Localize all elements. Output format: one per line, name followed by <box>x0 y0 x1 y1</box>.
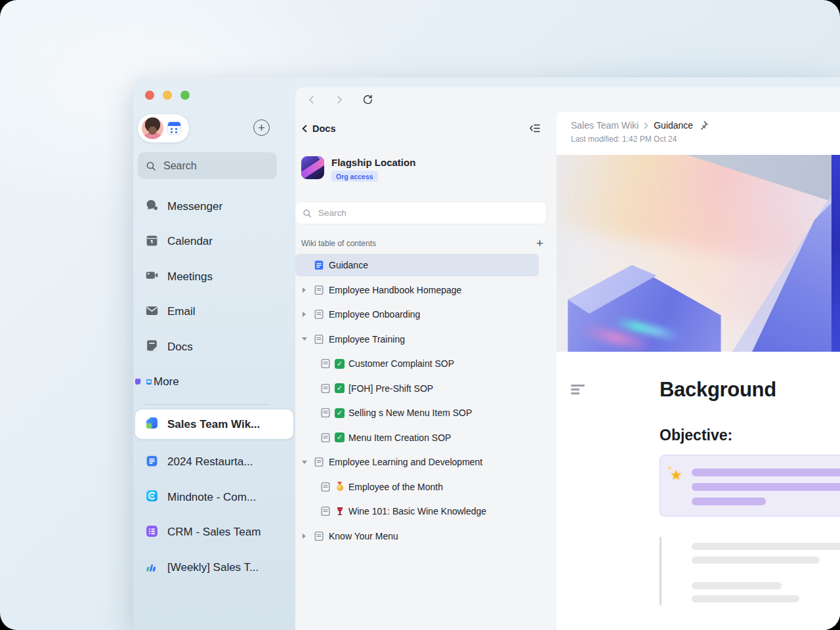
calendar-status-chip[interactable] <box>167 121 181 135</box>
sidebar-item-more[interactable]: More <box>133 365 295 400</box>
wiki-search[interactable] <box>295 202 546 224</box>
wiki-tree-item-label: Employee Training <box>329 334 405 345</box>
pinned-doc-mindnote-com[interactable]: Mindnote - Com... <box>133 480 295 515</box>
messenger-icon <box>145 198 159 215</box>
sidebar-item-docs[interactable]: Docs <box>133 329 295 365</box>
calendar-icon <box>145 234 159 250</box>
sidebar-item-meetings[interactable]: Meetings <box>133 259 295 295</box>
pin-icon[interactable] <box>698 120 709 131</box>
avatar[interactable] <box>142 117 163 139</box>
sidebar-divider <box>144 404 268 405</box>
redacted-text-line <box>692 497 766 505</box>
wiki-tree-item-employee-of-the-month[interactable]: Employee of the Month <box>295 476 539 498</box>
callout-block: ★ <box>660 455 840 516</box>
sidebar-search[interactable] <box>138 152 277 179</box>
expand-arrow-icon[interactable] <box>301 287 314 293</box>
collapse-panel-icon[interactable] <box>529 123 541 136</box>
chevron-left-icon <box>301 125 308 133</box>
sidebar-item-label: Email <box>167 305 196 318</box>
screen: + MessengerCalendarMeetingsEmailDocsMore… <box>0 0 840 630</box>
doc-icon <box>314 531 324 541</box>
sidebar-item-calendar[interactable]: Calendar <box>133 224 295 260</box>
email-icon <box>145 304 159 320</box>
pinned-doc-2024-restaurta[interactable]: 2024 Restaurta... <box>133 445 295 480</box>
navigation-toolbar <box>295 87 840 112</box>
panels: Docs Flagship Location Org access <box>295 112 840 630</box>
add-page-button[interactable]: + <box>536 237 543 249</box>
wiki-tree-item-wine-101-basic-wine-knowledge[interactable]: Wine 101: Basic Wine Knowledge <box>295 500 539 522</box>
docs-icon <box>145 339 159 355</box>
wiki-tree-panel: Docs Flagship Location Org access <box>295 112 556 630</box>
sidebar-item-email[interactable]: Email <box>133 295 295 330</box>
wiki-tree-item-employee-learning-and-development[interactable]: Employee Learning and Development <box>295 451 539 473</box>
check-mark-emoji: ✓ <box>335 432 345 442</box>
sidebar-pinned-docs: Sales Team Wik...2024 Restaurta...Mindno… <box>133 410 295 585</box>
wiki-tree-item-customer-complaint-sop[interactable]: ✓Customer Complaint SOP <box>295 352 539 375</box>
sidebar-search-input[interactable] <box>162 159 254 173</box>
docs-back-button[interactable]: Docs <box>301 123 335 134</box>
check-mark-emoji: ✓ <box>335 359 345 369</box>
meetings-icon <box>145 268 159 285</box>
wiki-tree-item-employee-training[interactable]: Employee Training <box>295 328 539 350</box>
wiki-tree-item-employee-handbook-homepage[interactable]: Employee Handbook Homepage <box>295 279 539 301</box>
wiki-tree-item-menu-item-creation-sop[interactable]: ✓Menu Item Creation SOP <box>295 427 539 449</box>
pinned-doc-label: CRM - Sales Team <box>167 526 261 539</box>
pinned-doc-sales-team-wik[interactable]: Sales Team Wik... <box>135 410 293 439</box>
minutes-icon <box>145 559 159 576</box>
back-button[interactable] <box>306 94 317 105</box>
forward-button[interactable] <box>334 94 345 105</box>
medal-emoji <box>335 482 345 492</box>
wiki-tree-item-foh-pre-shift-sop[interactable]: ✓[FOH] Pre-Shift SOP <box>295 377 539 400</box>
add-account-button[interactable]: + <box>253 119 270 136</box>
wiki-tree-item-selling-s-new-menu-item-sop[interactable]: ✓Selling s New Menu Item SOP <box>295 402 539 424</box>
doc-icon <box>314 309 324 320</box>
base-icon <box>145 524 159 541</box>
toc-header: Wiki table of contents + <box>301 237 543 249</box>
refresh-button[interactable] <box>362 94 373 106</box>
redacted-text-line <box>692 556 820 564</box>
pinned-doc-crm-sales-team[interactable]: CRM - Sales Team <box>133 515 295 551</box>
wiki-space-logo[interactable] <box>301 156 324 179</box>
wiki-tree-item-label: [FOH] Pre-Shift SOP <box>348 383 433 394</box>
sidebar-item-messenger[interactable]: Messenger <box>133 189 295 224</box>
redacted-text-line <box>692 595 799 602</box>
doc-icon <box>320 482 331 492</box>
wiki-tree-item-label: Employee Learning and Development <box>329 457 482 467</box>
profile-pill[interactable] <box>138 114 189 142</box>
pinned-doc-label: Mindnote - Com... <box>167 491 256 504</box>
expand-arrow-icon[interactable] <box>301 534 314 539</box>
wiki-tree-item-label: Employee Onboarding <box>329 309 420 320</box>
expand-arrow-icon[interactable] <box>301 312 314 317</box>
wiki-tree-item-employee-onboarding[interactable]: Employee Onboarding <box>295 303 539 326</box>
breadcrumb-parent[interactable]: Sales Team Wiki <box>571 120 639 131</box>
wiki-tree-item-guidance[interactable]: Guidance <box>295 254 539 276</box>
doc-icon-blue <box>314 260 324 270</box>
doc-icon <box>320 408 331 418</box>
app-sidebar: + MessengerCalendarMeetingsEmailDocsMore… <box>133 77 295 630</box>
wiki-tree-item-know-your-menu[interactable]: Know Your Menu <box>295 525 539 547</box>
wiki-icon <box>145 416 159 432</box>
cover-blue-strip <box>831 155 840 352</box>
quote-block <box>660 537 840 606</box>
cover-image <box>556 155 840 352</box>
breadcrumb-current[interactable]: Guidance <box>654 120 693 131</box>
check-mark-emoji: ✓ <box>335 383 345 393</box>
sidebar-item-label: Meetings <box>167 270 213 284</box>
pinned-doc-weekly-sales-t[interactable]: [Weekly] Sales T... <box>133 550 295 585</box>
last-modified: Last modified: 1:42 PM Oct 24 <box>571 135 840 144</box>
wiki-tree-item-label: Know Your Menu <box>329 531 398 541</box>
wiki-tree-item-label: Employee Handbook Homepage <box>329 285 461 295</box>
collapse-arrow-icon[interactable] <box>301 337 314 341</box>
collapse-arrow-icon[interactable] <box>301 461 314 464</box>
section-heading: Objective: <box>660 427 732 444</box>
doc-icon <box>145 454 159 471</box>
wiki-search-input[interactable] <box>317 207 514 219</box>
wiki-tree-item-label: Menu Item Creation SOP <box>348 432 451 443</box>
wiki-tree: GuidanceEmployee Handbook HomepageEmploy… <box>295 254 539 549</box>
sidebar-item-label: Docs <box>167 341 193 354</box>
outline-toggle-icon[interactable] <box>571 385 585 396</box>
breadcrumb: Sales Team Wiki Guidance <box>571 120 840 131</box>
document-panel: Sales Team Wiki Guidance Last modified: … <box>556 112 840 630</box>
doc-icon <box>320 432 331 443</box>
wiki-space-header: Flagship Location Org access <box>301 156 415 182</box>
